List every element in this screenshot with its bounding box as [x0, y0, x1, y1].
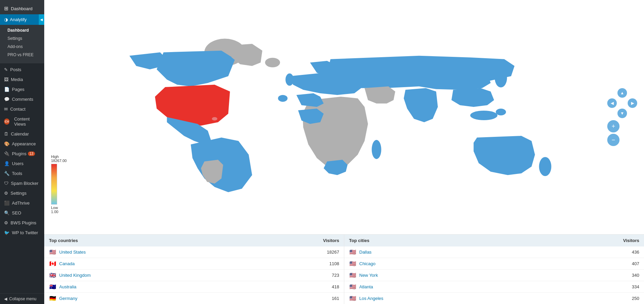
flag-losangeles: 🇺🇸: [349, 296, 357, 301]
wp-to-twitter-label: WP to Twitter: [12, 230, 38, 235]
svg-point-10: [278, 95, 287, 102]
city-cell-chicago: 🇺🇸 Chicago: [349, 261, 376, 266]
pan-up-button[interactable]: ▲: [617, 88, 627, 98]
table-row: 🇦🇺 Australia 418: [44, 281, 344, 293]
world-map: [44, 0, 644, 234]
dashboard-icon: ⊞: [4, 5, 9, 12]
sidebar-item-plugins[interactable]: 🔌 Plugins 13: [0, 149, 44, 159]
sidebar-item-calendar[interactable]: 🗓 Calendar: [0, 129, 44, 139]
adthrive-label: AdThrive: [12, 201, 30, 206]
table-row: 🇺🇸 Atlanta 334: [344, 281, 644, 293]
table-row: 🇺🇸 Chicago 407: [344, 258, 644, 270]
cities-col1-header: Top cities: [349, 238, 369, 243]
city-link-chicago[interactable]: Chicago: [359, 261, 376, 266]
dallas-visitors: 436: [632, 250, 639, 255]
sidebar-item-seo[interactable]: 🔍 SEO: [0, 208, 44, 218]
cities-table: Top cities Visitors 🇺🇸 Dallas 436 🇺🇸 Chi…: [344, 235, 644, 304]
country-link-au[interactable]: Australia: [59, 284, 77, 289]
sidebar-item-content-views[interactable]: CV Content Views: [0, 114, 44, 129]
sidebar-item-spam-blocker[interactable]: 🛡 Spam Blocker: [0, 178, 44, 188]
pan-down-button[interactable]: ▼: [617, 109, 627, 118]
country-cell-uk: 🇬🇧 United Kingdom: [49, 273, 91, 278]
sidebar-item-adthrive[interactable]: ⬛ AdThrive: [0, 198, 44, 208]
country-link-us[interactable]: United States: [59, 250, 86, 255]
zoom-out-button[interactable]: −: [607, 134, 620, 146]
city-link-losangeles[interactable]: Los Angeles: [359, 296, 383, 301]
settings-label: Settings: [11, 191, 27, 196]
city-cell-losangeles: 🇺🇸 Los Angeles: [349, 296, 383, 301]
svg-point-2: [265, 58, 280, 67]
pan-right-button[interactable]: ▶: [628, 98, 637, 108]
pages-label: Pages: [12, 87, 24, 92]
sidebar-item-comments[interactable]: 💬 Comments: [0, 94, 44, 104]
pages-icon: 📄: [4, 87, 10, 92]
bws-label: BWS Plugins: [11, 220, 36, 225]
chicago-visitors: 407: [632, 261, 639, 266]
contact-icon: ✉: [4, 107, 8, 112]
cities-table-header: Top cities Visitors: [344, 235, 644, 246]
appearance-label: Appearance: [12, 141, 36, 146]
bws-icon: ⚙: [4, 220, 8, 225]
sidebar-item-pages[interactable]: 📄 Pages: [0, 84, 44, 94]
losangeles-visitors: 250: [632, 296, 639, 301]
svg-point-11: [335, 83, 352, 91]
seo-label: SEO: [12, 210, 21, 215]
flag-au: 🇦🇺: [49, 284, 56, 289]
map-controls: ▲ ◀ ▶ ▼ + −: [607, 88, 637, 146]
sidebar-item-media[interactable]: 🖼 Media: [0, 75, 44, 84]
flag-chicago: 🇺🇸: [349, 261, 357, 266]
pad-empty-tl: [607, 88, 617, 98]
sidebar-item-bws-plugins[interactable]: ⚙ BWS Plugins: [0, 218, 44, 228]
svg-point-5: [470, 111, 497, 120]
sidebar-item-appearance[interactable]: 🎨 Appearance: [0, 139, 44, 149]
sidebar-item-contact[interactable]: ✉ Contact: [0, 104, 44, 114]
analytify-icon: ◑: [4, 17, 8, 22]
settings-icon: ⚙: [4, 191, 8, 196]
appearance-icon: 🎨: [4, 141, 10, 146]
submenu-item-dashboard[interactable]: Dashboard: [0, 26, 44, 34]
spam-blocker-label: Spam Blocker: [11, 181, 38, 186]
pan-left-button[interactable]: ◀: [607, 98, 617, 108]
plugins-icon: 🔌: [4, 151, 10, 156]
table-row: 🇨🇦 Canada 1108: [44, 258, 344, 270]
countries-col1-header: Top countries: [49, 238, 78, 243]
table-row: 🇺🇸 New York 340: [344, 270, 644, 281]
users-label: Users: [12, 161, 23, 166]
city-cell-newyork: 🇺🇸 New York: [349, 273, 378, 278]
flag-us: 🇺🇸: [49, 250, 56, 255]
countries-table: Top countries Visitors 🇺🇸 United States …: [44, 235, 344, 304]
countries-table-header: Top countries Visitors: [44, 235, 344, 246]
sidebar-item-users[interactable]: 👤 Users: [0, 159, 44, 169]
zoom-in-button[interactable]: +: [607, 120, 620, 132]
submenu-item-settings[interactable]: Settings: [0, 34, 44, 43]
svg-point-6: [496, 109, 506, 115]
sidebar-item-settings[interactable]: ⚙ Settings: [0, 188, 44, 198]
table-row: 🇺🇸 Dallas 436: [344, 246, 644, 258]
plugins-label: Plugins: [12, 151, 27, 156]
sidebar-item-tools[interactable]: 🔧 Tools: [0, 169, 44, 178]
sidebar-item-dashboard[interactable]: ⊞ Dashboard: [0, 3, 44, 14]
pad-empty-br: [628, 109, 637, 118]
legend-high-label: High 18267.00: [51, 155, 67, 163]
country-cell-au: 🇦🇺 Australia: [49, 284, 77, 289]
posts-label: Posts: [10, 67, 21, 72]
us-visitors: 18267: [327, 250, 339, 255]
city-link-dallas[interactable]: Dallas: [359, 250, 371, 255]
sidebar-item-analytify[interactable]: ◑ Analytify ◀: [0, 14, 44, 25]
collapse-menu-button[interactable]: ◀ Collapse menu: [0, 293, 44, 304]
table-row: 🇬🇧 United Kingdom 723: [44, 270, 344, 281]
country-link-ca[interactable]: Canada: [59, 261, 75, 266]
city-link-atlanta[interactable]: Atlanta: [359, 284, 373, 289]
country-link-de[interactable]: Germany: [59, 296, 77, 301]
tools-label: Tools: [12, 171, 22, 176]
sidebar-item-posts[interactable]: ✎ Posts: [0, 65, 44, 75]
posts-icon: ✎: [4, 67, 8, 72]
sidebar-item-wp-to-twitter[interactable]: 🐦 WP to Twitter: [0, 228, 44, 238]
submenu-item-pro-vs-free[interactable]: PRO vs FREE: [0, 51, 44, 59]
flag-ca: 🇨🇦: [49, 261, 56, 266]
country-link-uk[interactable]: United Kingdom: [59, 273, 91, 278]
city-link-newyork[interactable]: New York: [359, 273, 378, 278]
map-zoom-controls: + −: [607, 120, 637, 146]
newyork-visitors: 340: [632, 273, 639, 278]
submenu-item-addons[interactable]: Add-ons: [0, 43, 44, 51]
